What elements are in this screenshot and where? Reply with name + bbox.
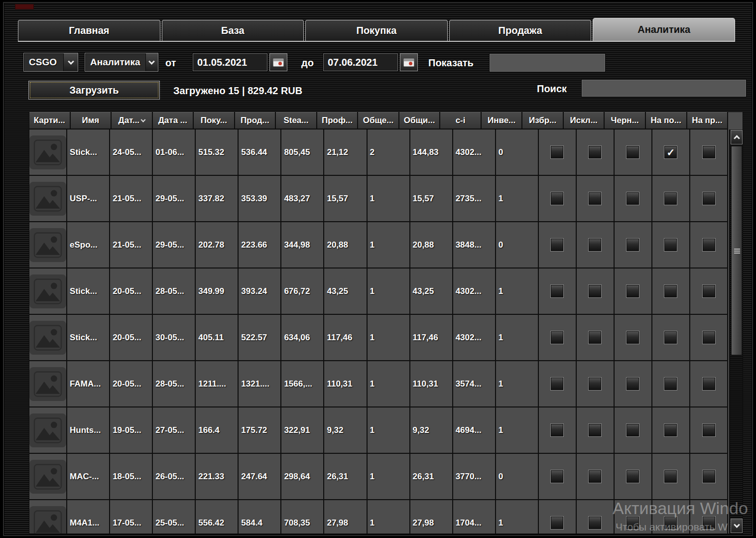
exclude-checkbox[interactable] xyxy=(588,423,602,437)
column-header-16[interactable]: На пр... xyxy=(687,112,729,130)
blacklist-checkbox[interactable] xyxy=(626,516,639,530)
tab-0[interactable]: Главная xyxy=(18,20,160,41)
item-image-placeholder xyxy=(29,460,66,494)
search-input[interactable] xyxy=(582,80,746,97)
chevron-down-icon[interactable] xyxy=(145,53,158,71)
from-calendar-button[interactable] xyxy=(269,53,287,71)
table-row[interactable]: FAMA...20-05...28-05...1211....1321....1… xyxy=(29,361,728,407)
favorite-checkbox[interactable] xyxy=(550,145,564,159)
column-header-10[interactable]: c-i xyxy=(440,112,482,130)
favorite-checkbox[interactable] xyxy=(550,423,564,437)
on-sale-checkbox[interactable] xyxy=(664,331,677,344)
column-header-15[interactable]: На по... xyxy=(646,112,687,130)
column-header-6[interactable]: Stea... xyxy=(276,112,317,130)
favorite-checkbox[interactable] xyxy=(550,238,564,252)
column-header-4[interactable]: Поку... xyxy=(194,112,235,130)
on-sale-checkbox[interactable] xyxy=(664,516,677,530)
column-header-2[interactable]: Дат... xyxy=(112,112,153,130)
exclude-checkbox[interactable] xyxy=(588,284,602,298)
cell-count: 2 xyxy=(368,130,410,176)
tab-4-active[interactable]: Аналитика xyxy=(593,18,735,41)
column-header-13[interactable]: Искл... xyxy=(564,112,605,130)
on-purchase-checkbox[interactable] xyxy=(702,470,716,483)
cell-inventory: 1 xyxy=(496,176,539,222)
tab-3[interactable]: Продажа xyxy=(449,20,592,41)
blacklist-checkbox[interactable] xyxy=(626,145,639,159)
cell-date_end-value: 25-05... xyxy=(155,518,184,528)
scroll-down-button[interactable] xyxy=(731,519,743,533)
tab-1[interactable]: База xyxy=(162,20,304,41)
on-purchase-checkbox[interactable] xyxy=(702,192,716,205)
scrollbar-thumb[interactable] xyxy=(731,146,742,355)
on-sale-checkbox[interactable] xyxy=(664,238,677,252)
to-calendar-button[interactable] xyxy=(400,53,418,71)
table-row[interactable]: Hunts...19-05...27-05...166.4175.72322,9… xyxy=(29,407,728,454)
on-sale-checkbox[interactable] xyxy=(664,192,677,205)
exclude-checkbox[interactable] xyxy=(588,377,602,391)
table-row[interactable]: eSpo...21-05...29-05...202.78223.66344,9… xyxy=(29,222,728,269)
favorite-checkbox[interactable] xyxy=(550,516,564,530)
to-date-input[interactable] xyxy=(323,53,398,71)
exclude-checkbox[interactable] xyxy=(588,145,602,159)
on-sale-checkbox[interactable] xyxy=(664,423,677,437)
blacklist-checkbox[interactable] xyxy=(626,284,639,298)
favorite-checkbox[interactable] xyxy=(550,331,564,344)
table-row[interactable]: Stick...20-05...30-05...405.11522.57634,… xyxy=(29,315,728,361)
cell-on-purchase xyxy=(690,130,728,176)
on-sale-checkbox[interactable] xyxy=(664,377,677,391)
on-purchase-checkbox[interactable] xyxy=(702,516,716,530)
on-purchase-checkbox[interactable] xyxy=(702,284,716,298)
from-date-input[interactable] xyxy=(193,53,267,71)
blacklist-checkbox[interactable] xyxy=(626,423,639,437)
column-header-12[interactable]: Избр... xyxy=(522,112,564,130)
on-purchase-checkbox[interactable] xyxy=(702,377,716,391)
exclude-checkbox[interactable] xyxy=(588,331,602,344)
table-row[interactable]: Stick...20-05...28-05...349.99393.24676,… xyxy=(29,269,728,315)
on-sale-checkbox-checked[interactable]: ✓ xyxy=(664,145,677,159)
cell-date_start: 20-05... xyxy=(110,361,153,407)
exclude-checkbox[interactable] xyxy=(588,192,602,205)
table-row[interactable]: M4A1...17-05...25-05...556.42584.4708,35… xyxy=(29,500,728,534)
show-input[interactable] xyxy=(490,54,605,72)
table-row[interactable]: Stick...24-05...01-06...515.32536.44805,… xyxy=(29,130,728,176)
mode-select[interactable]: Аналитика xyxy=(85,53,158,72)
cell-favorite xyxy=(539,454,577,500)
cell-name: USP-... xyxy=(67,176,110,222)
vertical-scrollbar[interactable] xyxy=(729,130,743,534)
column-header-0[interactable]: Карти... xyxy=(29,112,71,130)
favorite-checkbox[interactable] xyxy=(550,377,564,391)
tab-2[interactable]: Покупка xyxy=(305,20,448,41)
column-header-8[interactable]: Обще... xyxy=(358,112,399,130)
on-sale-checkbox[interactable] xyxy=(664,284,677,298)
chevron-down-icon[interactable] xyxy=(63,53,78,71)
column-header-14[interactable]: Черн... xyxy=(605,112,646,130)
load-button[interactable]: Загрузить xyxy=(28,81,160,100)
exclude-checkbox[interactable] xyxy=(588,516,602,530)
column-header-11[interactable]: Инве... xyxy=(482,112,523,130)
on-purchase-checkbox[interactable] xyxy=(702,423,716,437)
on-purchase-checkbox[interactable] xyxy=(702,238,716,252)
exclude-checkbox[interactable] xyxy=(588,470,602,483)
column-header-7[interactable]: Проф... xyxy=(317,112,359,130)
column-header-3[interactable]: Дата ... xyxy=(153,112,194,130)
column-header-1[interactable]: Имя xyxy=(71,112,112,130)
favorite-checkbox[interactable] xyxy=(550,192,564,205)
scroll-up-button[interactable] xyxy=(731,130,743,144)
table-row[interactable]: USP-...21-05...29-05...337.82353.39483,2… xyxy=(29,176,728,222)
blacklist-checkbox[interactable] xyxy=(626,192,639,205)
blacklist-checkbox[interactable] xyxy=(626,470,639,483)
column-header-9[interactable]: Общи... xyxy=(399,112,441,130)
blacklist-checkbox[interactable] xyxy=(626,331,639,344)
column-header-5[interactable]: Прод... xyxy=(235,112,276,130)
exclude-checkbox[interactable] xyxy=(588,238,602,252)
favorite-checkbox[interactable] xyxy=(550,284,564,298)
blacklist-checkbox[interactable] xyxy=(626,238,639,252)
game-select[interactable]: CSGO xyxy=(23,53,78,72)
on-sale-checkbox[interactable] xyxy=(664,470,677,483)
cell-buy-value: 515.32 xyxy=(198,147,224,157)
table-row[interactable]: MAC-...18-05...26-05...221.33247.64298,6… xyxy=(29,454,728,500)
on-purchase-checkbox[interactable] xyxy=(702,331,716,344)
on-purchase-checkbox[interactable] xyxy=(702,145,716,159)
blacklist-checkbox[interactable] xyxy=(626,377,639,391)
favorite-checkbox[interactable] xyxy=(550,470,564,483)
